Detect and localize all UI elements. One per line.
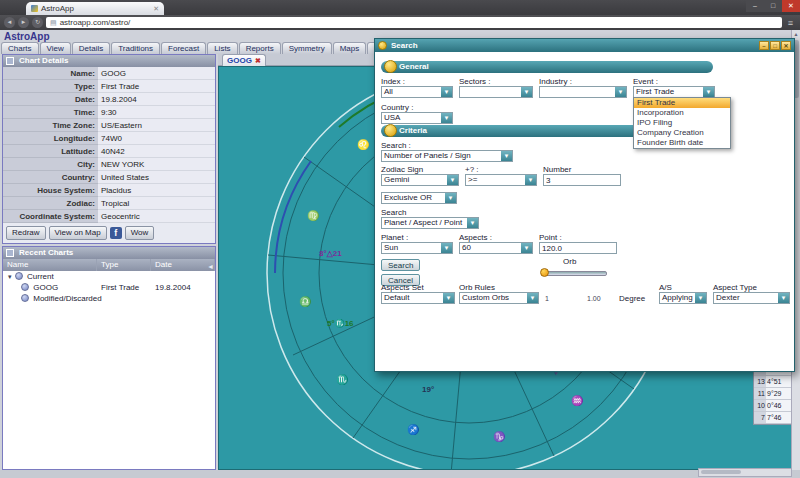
sectors-value [460,87,521,97]
orb-rules-select[interactable]: Custom Orbs ▼ [459,292,539,304]
tree-expand-icon[interactable]: ▾ [8,273,12,280]
point-input[interactable] [539,242,617,254]
aspects-select[interactable]: 60 ▼ [459,242,533,254]
position-value: 9°29 [766,388,793,399]
as-select[interactable]: Applying ▼ [659,292,707,304]
tree-row-goog[interactable]: GOOG First Trade 19.8.2004 [3,282,215,293]
position-row: 119°29 [754,388,793,400]
exclusive-or-select[interactable]: Exclusive OR ▼ [381,192,457,204]
position-num: 13 [754,376,766,387]
aspect-type-select[interactable]: Dexter ▼ [713,292,790,304]
chevron-down-icon[interactable]: ▼ [441,87,452,97]
window-minimize-button[interactable]: – [746,0,764,12]
wow-button[interactable]: Wow [125,226,155,240]
scrollbar-thumb[interactable] [701,470,741,474]
chevron-down-icon[interactable]: ▼ [703,87,714,97]
chevron-down-icon[interactable]: ▼ [615,87,626,97]
chevron-down-icon[interactable]: ▼ [778,293,789,303]
column-type[interactable]: Type [97,259,151,271]
zodiac-sign-glyph: ♑ [493,431,505,442]
chevron-down-icon[interactable]: ▼ [521,87,532,97]
chevron-down-icon[interactable]: ▼ [467,218,478,228]
chevron-down-icon[interactable]: ▼ [441,113,452,123]
dropdown-option-incorporation[interactable]: Incorporation [634,108,730,118]
back-icon[interactable]: ◄ [4,17,15,28]
url-bar[interactable]: ▤ astroapp.com/astro/ [46,17,782,28]
tree-row-current[interactable]: ▾ Current [3,271,215,282]
operator-select[interactable]: >= ▼ [465,174,537,186]
field-value: NEW YORK [98,158,215,171]
nav-tab-charts[interactable]: Charts [1,42,39,54]
chevron-down-icon[interactable]: ▼ [501,151,512,161]
chevron-down-icon[interactable]: ▼ [695,293,706,303]
dialog-titlebar[interactable]: Search – □ ✕ [375,39,794,52]
field-label: Coordinate System: [3,210,98,223]
sectors-select[interactable]: ▼ [459,86,533,98]
view-on-map-button[interactable]: View on Map [49,226,107,240]
dropdown-option-ipo-filing[interactable]: IPO Filing [634,118,730,128]
dialog-close-button[interactable]: ✕ [781,41,791,50]
aspects-set-select[interactable]: Default ▼ [381,292,455,304]
browser-menu-icon[interactable]: ≡ [785,18,796,28]
dialog-maximize-button[interactable]: □ [770,41,780,50]
nav-tab-view[interactable]: View [40,42,71,54]
nav-tab-maps[interactable]: Maps [333,42,367,54]
position-value: 0°46 [766,400,793,411]
nav-tab-symmetry[interactable]: Symmetry [282,42,332,54]
column-name[interactable]: Name [3,259,97,271]
index-select[interactable]: All ▼ [381,86,453,98]
detail-row: Coordinate System:Geocentric [3,210,215,223]
window-controls: – □ ✕ [746,0,800,12]
zodiac-sign-select[interactable]: Gemini ▼ [381,174,459,186]
number-input[interactable] [543,174,621,186]
window-close-button[interactable]: ✕ [782,0,800,12]
horizontal-scrollbar[interactable] [698,468,792,477]
planet-select[interactable]: Sun ▼ [381,242,453,254]
tree-row-modified[interactable]: Modified/Discarded [3,293,215,304]
chevron-down-icon[interactable]: ▼ [527,293,538,303]
search1-label: Search : [381,141,411,150]
orb-slider[interactable] [543,271,607,276]
orb-slider-handle[interactable] [540,268,549,277]
nav-tab-forecast[interactable]: Forecast [161,42,206,54]
reload-icon[interactable]: ↻ [32,17,43,28]
search-button[interactable]: Search [381,259,420,271]
window-maximize-button[interactable]: □ [764,0,782,12]
chevron-down-icon[interactable]: ▼ [441,243,452,253]
detail-row: Type:First Trade [3,80,215,93]
dropdown-option-company-creation[interactable]: Company Creation [634,128,730,138]
chevron-down-icon[interactable]: ▼ [445,193,456,203]
dialog-minimize-button[interactable]: – [759,41,769,50]
chevron-down-icon[interactable]: ▼ [447,175,458,185]
search-type-select[interactable]: Planet / Aspect / Point ▼ [381,217,479,229]
country-select[interactable]: USA ▼ [381,112,453,124]
event-dropdown-list: First Trade Incorporation IPO Filing Com… [633,97,731,149]
chevron-down-icon[interactable]: ▼ [525,175,536,185]
column-date[interactable]: Date [151,259,215,271]
chart-tab-close-icon[interactable]: ✖ [255,57,261,64]
chart-details-header: Chart Details [3,55,215,67]
nav-tab-traditions[interactable]: Traditions [111,42,160,54]
redraw-button[interactable]: Redraw [6,226,46,240]
tab-close-icon[interactable]: ✕ [153,5,159,13]
chevron-down-icon[interactable]: ▼ [521,243,532,253]
dropdown-option-founder-birth[interactable]: Founder Birth date [634,138,730,148]
chevron-down-icon[interactable]: ▼ [443,293,454,303]
forward-icon[interactable]: ► [18,17,29,28]
index-label: Index : [381,77,405,86]
event-label: Event : [633,77,658,86]
search-mode-select[interactable]: Number of Panels / Sign ▼ [381,150,513,162]
facebook-icon[interactable]: f [110,227,122,239]
row-date: 19.8.2004 [155,282,191,293]
planet-label: Planet : [381,233,408,242]
zodiac-sign-glyph: ♌ [357,139,369,150]
position-num: 7 [754,412,766,423]
nav-tab-lists[interactable]: Lists [207,42,237,54]
detail-row: Time:9:30 [3,106,215,119]
industry-select[interactable]: ▼ [539,86,627,98]
dropdown-option-first-trade[interactable]: First Trade [634,98,730,108]
nav-tab-reports[interactable]: Reports [239,42,281,54]
nav-tab-details[interactable]: Details [72,42,110,54]
browser-tab[interactable]: AstroApp ✕ [26,2,164,15]
dialog-title: Search [391,41,418,50]
